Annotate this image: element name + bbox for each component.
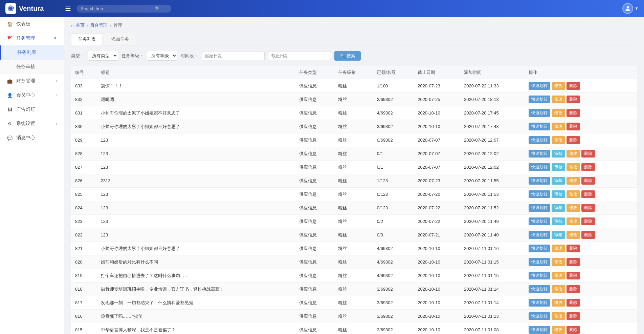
edit-button[interactable]: 修改: [567, 163, 580, 171]
cell-id: 824: [71, 201, 97, 215]
tab-add-task[interactable]: 添加任务: [104, 33, 136, 45]
search-input[interactable]: [81, 6, 155, 11]
send-button[interactable]: 快速划转: [529, 285, 550, 293]
delete-button[interactable]: 删除: [567, 258, 580, 266]
delete-button[interactable]: 删除: [581, 190, 595, 198]
cell-title: 街舞师资培训班招生啦！专业培训，官方证书，轻松挑战高薪！: [97, 283, 295, 296]
hamburger-icon[interactable]: ☰: [65, 4, 71, 13]
delete-button[interactable]: 删除: [567, 123, 580, 130]
delete-button[interactable]: 删除: [567, 82, 580, 90]
send-button[interactable]: 快速划转: [529, 217, 550, 225]
audit-button[interactable]: 审核: [552, 190, 565, 198]
cell-created: 2020-07-11 01:15: [460, 269, 525, 283]
edit-button[interactable]: 修改: [567, 204, 580, 212]
send-button[interactable]: 快速划转: [529, 123, 550, 130]
audit-button[interactable]: 审核: [552, 150, 565, 158]
audit-button[interactable]: 审核: [552, 204, 565, 212]
edit-button[interactable]: 修改: [552, 136, 565, 144]
delete-button[interactable]: 删除: [567, 245, 580, 252]
delete-button[interactable]: 删除: [581, 204, 595, 212]
send-button[interactable]: 快速划转: [529, 312, 550, 320]
edit-button[interactable]: 修改: [552, 299, 565, 307]
send-button[interactable]: 快速划转: [529, 163, 550, 171]
send-button[interactable]: 快速划转: [529, 258, 550, 266]
sidebar-item-dashboard[interactable]: 🏠 仪表板: [0, 17, 64, 31]
delete-button[interactable]: 删除: [567, 109, 580, 117]
chevron-right-icon-member: ›: [56, 93, 57, 98]
delete-button[interactable]: 删除: [567, 272, 580, 279]
send-button[interactable]: 快速划转: [529, 326, 550, 334]
sidebar-item-member-center[interactable]: 👤 会员中心 ›: [0, 88, 64, 102]
edit-button[interactable]: 修改: [552, 109, 565, 117]
edit-button[interactable]: 修改: [552, 82, 565, 90]
home-icon: 🏠: [7, 21, 13, 27]
edit-button[interactable]: 修改: [552, 258, 565, 266]
delete-button[interactable]: 删除: [581, 150, 595, 158]
send-button[interactable]: 快速划转: [529, 245, 550, 252]
edit-button[interactable]: 修改: [567, 217, 580, 225]
delete-button[interactable]: 删除: [581, 231, 595, 239]
delete-button[interactable]: 删除: [567, 136, 580, 144]
edit-button[interactable]: 修改: [552, 96, 565, 103]
send-button[interactable]: 快速划转: [529, 231, 550, 239]
edit-button[interactable]: 修改: [552, 245, 565, 252]
audit-button[interactable]: 审核: [552, 177, 565, 185]
breadcrumb-admin-link[interactable]: 后台管理: [90, 22, 108, 28]
send-button[interactable]: 快速划转: [529, 82, 550, 90]
avatar-button[interactable]: ▼: [622, 3, 639, 14]
cell-level: 粉丝: [334, 106, 373, 120]
cell-id: 828: [71, 147, 97, 161]
send-button[interactable]: 快速划转: [529, 150, 550, 158]
send-button[interactable]: 快速划转: [529, 204, 550, 212]
send-button[interactable]: 快速划转: [529, 190, 550, 198]
cell-quota: 0/123: [373, 201, 414, 215]
audit-button[interactable]: 审核: [552, 217, 565, 225]
edit-button[interactable]: 修改: [567, 231, 580, 239]
delete-button[interactable]: 删除: [567, 312, 580, 320]
action-buttons: 快速划转 修改 删除: [529, 109, 633, 117]
sidebar-item-msg-center[interactable]: 💬 消息中心: [0, 131, 64, 145]
end-date-input[interactable]: [268, 51, 331, 60]
level-filter-select[interactable]: 所有等级: [147, 51, 177, 61]
sidebar-item-ad-carousel[interactable]: 🖼 广告幻灯: [0, 102, 64, 117]
send-button[interactable]: 快速划转: [529, 299, 550, 307]
cell-type: 供应信息: [295, 323, 334, 334]
sidebar-item-sys-settings[interactable]: ⚙ 系统设置 ›: [0, 117, 64, 131]
edit-button[interactable]: 修改: [552, 123, 565, 130]
edit-button[interactable]: 修改: [567, 177, 580, 185]
delete-button[interactable]: 删除: [581, 163, 595, 171]
edit-button[interactable]: 修改: [552, 272, 565, 279]
edit-button[interactable]: 修改: [552, 285, 565, 293]
cell-deadline: 2020-10-10: [414, 255, 460, 269]
send-button[interactable]: 快速划转: [529, 136, 550, 144]
delete-button[interactable]: 删除: [567, 326, 580, 334]
cell-id: 820: [71, 255, 97, 269]
delete-button[interactable]: 删除: [581, 177, 595, 185]
type-filter-select[interactable]: 所有类型 供应信息: [88, 51, 118, 61]
edit-button[interactable]: 修改: [567, 190, 580, 198]
send-button[interactable]: 快速划转: [529, 272, 550, 279]
send-button[interactable]: 快速划转: [529, 96, 550, 103]
delete-button[interactable]: 删除: [567, 299, 580, 307]
edit-button[interactable]: 修改: [567, 150, 580, 158]
audit-button[interactable]: 审核: [552, 231, 565, 239]
sidebar-item-task-list[interactable]: 任务列表: [0, 45, 64, 60]
delete-button[interactable]: 删除: [567, 96, 580, 103]
sidebar-item-task-mgmt[interactable]: 🚩 任务管理 ▼: [0, 31, 64, 45]
send-button[interactable]: 快速划转: [529, 177, 550, 185]
edit-button[interactable]: 修改: [552, 312, 565, 320]
cell-title: 123: [97, 188, 295, 201]
send-button[interactable]: 快速划转: [529, 109, 550, 117]
search-button[interactable]: 🔍 搜索: [334, 51, 361, 61]
sidebar-item-finance-mgmt[interactable]: 💼 财务管理 ›: [0, 74, 64, 88]
logo-icon: [5, 3, 16, 14]
delete-button[interactable]: 删除: [581, 217, 595, 225]
start-date-input[interactable]: [202, 51, 265, 60]
delete-button[interactable]: 删除: [567, 285, 580, 293]
audit-button[interactable]: 审核: [552, 163, 565, 171]
breadcrumb-home-link[interactable]: 首页: [76, 22, 85, 28]
edit-button[interactable]: 修改: [552, 326, 565, 334]
sidebar-item-task-audit[interactable]: 任务审核: [0, 60, 64, 74]
tab-task-list[interactable]: 任务列表: [71, 33, 103, 45]
image-icon: 🖼: [7, 106, 13, 112]
